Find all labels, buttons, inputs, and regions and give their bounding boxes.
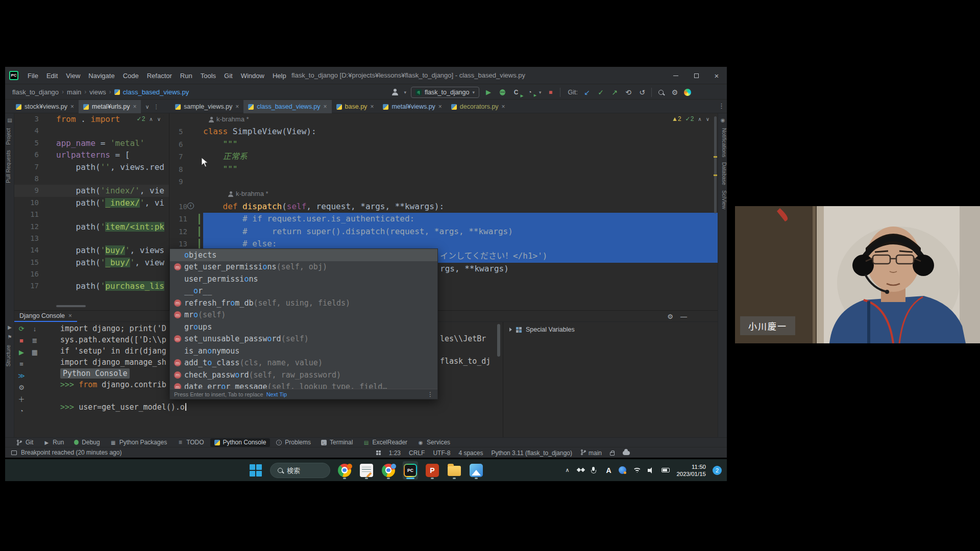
code-line[interactable]: 4 [14,125,169,137]
console-input-line[interactable]: >>> user=get_user_model().o [60,402,493,413]
menu-tools[interactable]: Tools [197,70,220,81]
taskbar-app-notepad[interactable] [359,461,374,480]
git-branch-widget[interactable]: main [580,449,602,457]
tool-window-button-debug[interactable]: Debug [70,438,104,447]
stop-button[interactable]: ■ [546,88,555,97]
tab-django-console[interactable]: Django Console × [14,311,77,322]
battery-icon[interactable] [662,468,670,472]
code-line[interactable]: 11 # if request.user.is_authenticated: [169,213,718,225]
ime-icon[interactable]: A [605,466,612,474]
ai-assistant-icon[interactable] [684,89,691,96]
caret-position[interactable]: 1:23 [389,449,401,457]
tab-close-icon[interactable]: × [235,103,239,110]
stripe-database[interactable]: Database [718,162,727,185]
line-separator[interactable]: CRLF [409,449,425,457]
run-configuration-selector[interactable]: dj flask_to_django ▾ [411,87,479,98]
taskbar-app-start[interactable] [248,461,263,480]
prev-problem-icon[interactable]: ∧ [149,116,153,122]
completion-item-refresh-from-db[interactable]: mrefresh_from_db(self, using, fields) [170,297,437,309]
override-gutter-icon[interactable]: ↑ [187,203,194,209]
breadcrumb-item[interactable]: views [89,88,106,96]
python-interpreter[interactable]: Python 3.11 (flask_to_django) [491,449,572,457]
settings-gear-icon[interactable]: ⚙ [670,88,679,97]
scroll-end-icon[interactable]: ≫ [18,372,25,380]
tab-close-icon[interactable]: × [438,103,442,110]
code-line[interactable]: 5class SimpleView(View): [169,126,718,138]
git-commit-icon[interactable]: ✓ [596,88,605,97]
rerun-icon[interactable]: ⟳ [19,325,24,333]
vertical-scrollbar[interactable] [714,116,717,213]
close-button[interactable]: × [706,67,727,84]
tool-window-button-services[interactable]: Services [413,438,454,447]
taskbar-app-powerpoint[interactable]: P [425,461,440,480]
microphone-icon[interactable] [591,467,598,474]
tab-close-icon[interactable]: × [370,103,374,110]
code-line[interactable]: 6 """ [169,138,718,151]
lock-icon[interactable] [610,452,615,456]
git-update-icon[interactable]: ↙ [582,88,592,97]
tab-close-icon[interactable]: × [133,103,136,110]
run-button[interactable]: ▶ [484,88,493,97]
tool-window-button-run[interactable]: Run [39,438,68,447]
tool-window-button-python-console[interactable]: Python Console [210,438,271,447]
completion-item-is-anonymous[interactable]: is_anonymous [170,345,437,357]
tool-window-button-problems[interactable]: Problems [272,438,315,447]
tab-close-icon[interactable]: × [70,103,74,110]
chevron-down-icon[interactable]: ∨ [145,104,149,110]
volume-icon[interactable] [648,467,655,473]
stripe-notifications[interactable]: Notifications [718,128,727,157]
console-minimize-icon[interactable]: — [680,313,687,320]
file-encoding[interactable]: UTF-8 [433,449,450,457]
code-line[interactable]: 8 [14,173,169,185]
code-line[interactable]: 14 path('buy/', views [14,244,169,256]
tab-sample-views-py[interactable]: sample_views.py× [170,100,243,113]
stripe-structure[interactable]: Structure [5,345,14,367]
menu-file[interactable]: File [23,70,42,81]
tool-window-button-terminal[interactable]: Terminal [317,438,357,447]
chevron-up-icon[interactable]: ∧ [564,467,571,473]
menu-help[interactable]: Help [268,70,290,81]
completion-item-user-permissions[interactable]: user_permissions [170,273,437,285]
breadcrumb-item[interactable]: class_based_views.py [123,88,189,96]
stripe-sciview[interactable]: SciView [718,190,727,209]
taskbar-app-chrome-blue[interactable] [381,461,396,480]
lines-icon[interactable]: ≣ [32,337,38,345]
code-line[interactable]: 7 正常系 [169,151,718,163]
menu-refactor[interactable]: Refactor [143,70,176,81]
completion-item--or-[interactable]: __or__ [170,285,437,297]
console-settings-gear-icon[interactable]: ⚙ [667,313,673,320]
cortana-icon[interactable] [619,466,626,474]
code-line[interactable]: 7 path('', views.red [14,161,169,173]
run-icon[interactable]: ▶ [19,348,24,357]
maximize-button[interactable] [686,67,706,84]
code-line[interactable]: 12 # return super().dispatch(request, *a… [169,226,718,238]
search-everywhere-icon[interactable] [656,88,666,97]
console-scrollbar[interactable] [497,324,500,357]
screen-reader-icon[interactable] [376,450,381,455]
expand-arrow-icon[interactable] [509,328,512,332]
status-message[interactable]: Breakpoint reached (20 minutes ago) [21,449,121,456]
user-icon[interactable] [391,88,399,96]
download-icon[interactable]: ↓ [33,325,37,333]
taskbar-search[interactable]: 検索 [270,463,330,478]
code-line[interactable]: 12 path('item/<int:pk [14,221,169,233]
add-icon[interactable]: ＋ [18,395,24,404]
indent-setting[interactable]: 4 spaces [458,449,483,457]
completion-item-mro[interactable]: mmro(self) [170,309,437,321]
inspections-widget[interactable]: ✓2 ∧ ∨ [134,115,164,123]
tab-base-py[interactable]: base.py× [332,100,379,113]
cloud-icon[interactable] [623,451,630,455]
next-tip-link[interactable]: Next Tip [266,391,287,397]
code-line[interactable]: 17 path('purchase_lis [14,280,169,292]
code-line[interactable]: 6urlpatterns = [ [14,149,169,161]
prev-problem-icon[interactable]: ∧ [698,116,701,122]
code-line[interactable]: 9 [169,176,718,188]
git-history-icon[interactable]: ⟲ [624,88,633,97]
tab-close-icon[interactable]: × [68,312,72,319]
bookmarks-icon[interactable]: ⚑ [5,334,14,340]
git-rollback-icon[interactable]: ↺ [638,88,647,97]
tab-metal-views-py[interactable]: metal¥views.py× [378,100,446,113]
completion-item-check-password[interactable]: mcheck_password(self, raw_password) [170,369,437,381]
completion-item-groups[interactable]: groups [170,321,437,333]
completion-item-get-user-permissions[interactable]: mget_user_permissions(self, obj) [170,261,437,273]
